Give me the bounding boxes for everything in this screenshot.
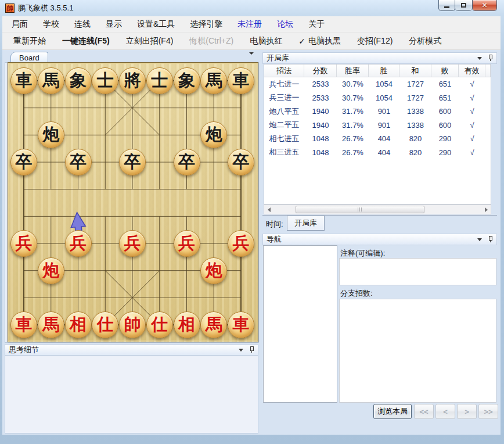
app-window: 帥 鹏飞象棋 3.5.5.1 ✕ 局面学校连线显示设置&工具选择引擎未注册论坛关… [0,0,504,444]
board-piece-車-black[interactable]: 車 [10,67,37,94]
board-piece-兵-red[interactable]: 兵 [119,230,146,257]
board-piece-車-black[interactable]: 車 [228,67,254,94]
toolbar-item-2[interactable]: 一键连线(F5) [54,36,118,46]
toolbar-item-7[interactable]: 变招(F12) [349,36,401,46]
menu-item-5[interactable]: 设置&工具 [129,19,182,30]
toolbar-item-8[interactable]: 分析模式 [401,36,449,46]
board-piece-馬-black[interactable]: 馬 [200,67,227,94]
board-piece-炮-red[interactable]: 炮 [38,257,64,284]
toolbar-item-1[interactable]: 重新开始 [5,36,54,46]
menu-item-2[interactable]: 学校 [35,19,67,30]
board-piece-馬-red[interactable]: 馬 [200,311,227,338]
board-piece-車-red[interactable]: 車 [228,311,254,338]
board-piece-馬-black[interactable]: 馬 [38,67,64,94]
board-piece-兵-red[interactable]: 兵 [10,230,37,257]
next-move-button[interactable]: > [457,404,477,419]
table-col-header-6[interactable]: 败 [431,65,459,77]
board-piece-卒-black[interactable]: 卒 [174,149,200,176]
table-col-header-5[interactable]: 和 [399,65,431,77]
value-cell: 600 [431,107,459,116]
table-row[interactable]: 炮八平五194031.7%9011338600√ [264,105,491,119]
menu-item-7[interactable]: 未注册 [230,19,269,30]
board-piece-象-black[interactable]: 象 [174,67,200,94]
board-piece-帥-red[interactable]: 帥 [119,311,146,338]
prev-move-button[interactable]: < [435,404,455,419]
title-bar[interactable]: 帥 鹏飞象棋 3.5.5.1 ✕ [0,0,504,16]
board-piece-相-red[interactable]: 相 [174,311,200,338]
scroll-right-icon[interactable] [481,205,491,214]
value-cell: 820 [399,134,431,143]
board-piece-馬-red[interactable]: 馬 [38,311,64,338]
browse-game-button[interactable]: 浏览本局 [373,404,412,419]
value-cell: 31.7% [337,121,369,130]
scroll-left-icon[interactable] [264,205,273,214]
tab-opening-lib[interactable]: 开局库 [287,216,325,231]
close-icon: ✕ [481,2,487,9]
menu-item-8[interactable]: 论坛 [269,19,301,30]
comment-label: 注释(可编辑): [340,248,385,259]
board-piece-仕-red[interactable]: 仕 [92,311,118,338]
branch-list[interactable] [339,299,496,403]
table-row[interactable]: 相七进五104826.7%404820290√ [264,132,491,146]
value-cell: √ [459,80,485,88]
table-row[interactable]: 炮二平五194031.7%9011338600√ [264,119,491,133]
board-piece-象-black[interactable]: 象 [65,67,92,94]
table-row[interactable]: 兵七进一253330.7%10541727651√ [264,77,491,91]
toolbar-item-3[interactable]: 立刻出招(F4) [118,36,182,46]
pin-icon[interactable] [488,236,493,243]
menu-item-4[interactable]: 显示 [98,19,129,30]
table-col-header-3[interactable]: 胜率 [337,65,369,77]
board-piece-卒-black[interactable]: 卒 [65,149,92,176]
board-piece-兵-red[interactable]: 兵 [228,230,254,257]
menu-item-6[interactable]: 选择引擎 [182,19,230,30]
maximize-button[interactable] [455,0,472,11]
pin-icon[interactable] [249,346,254,353]
board-piece-兵-red[interactable]: 兵 [174,230,200,257]
board-piece-炮-black[interactable]: 炮 [38,121,64,148]
menu-item-1[interactable]: 局面 [4,19,35,30]
board-piece-卒-black[interactable]: 卒 [10,149,37,176]
minimize-icon [444,6,449,8]
table-col-header-1[interactable]: 招法 [264,65,304,77]
toolbar-item-5[interactable]: 电脑执红 [242,36,290,46]
table-col-header-4[interactable]: 胜 [369,65,399,77]
chevron-down-icon[interactable] [477,57,482,60]
chevron-down-icon[interactable] [477,238,482,241]
value-cell: 2533 [304,94,337,102]
board-piece-相-red[interactable]: 相 [65,311,92,338]
pin-icon[interactable] [488,55,493,62]
menu-item-9[interactable]: 关于 [301,19,332,30]
tab-time[interactable]: 时间: [266,219,283,230]
comment-textarea[interactable] [339,258,496,285]
scrollbar-thumb[interactable] [296,206,424,213]
first-move-button[interactable]: << [414,404,434,419]
tab-board[interactable]: Board [10,52,48,63]
toolbar-item-label: 立刻出招(F4) [126,36,174,46]
board-piece-將-black[interactable]: 將 [119,67,146,94]
toolbar-item-6[interactable]: ✓电脑执黑 [290,36,349,46]
table-row[interactable]: 兵三进一253330.7%10541727651√ [264,91,491,105]
value-cell: 901 [369,121,399,130]
board-piece-仕-red[interactable]: 仕 [146,311,173,338]
opening-lib-table[interactable]: 招法分数胜率胜和败有效 兵七进一253330.7%10541727651√兵三进… [264,64,491,205]
table-col-header-2[interactable]: 分数 [304,65,337,77]
chevron-down-icon[interactable] [239,349,243,352]
board-piece-士-black[interactable]: 士 [146,67,173,94]
last-move-button[interactable]: >> [478,404,498,419]
nav-move-list[interactable] [263,245,337,403]
board-piece-卒-black[interactable]: 卒 [119,149,146,176]
value-cell: 26.7% [337,134,369,143]
value-cell: 1054 [369,94,399,102]
board-piece-卒-black[interactable]: 卒 [228,149,254,176]
close-button[interactable]: ✕ [472,0,497,11]
board-piece-兵-red[interactable]: 兵 [65,230,92,257]
xiangqi-board[interactable]: 車馬象士將士象馬車炮炮卒卒卒卒卒兵兵兵兵兵炮炮車馬相仕帥仕相馬車 [8,63,258,342]
horizontal-scrollbar[interactable] [264,205,491,214]
table-col-header-7[interactable]: 有效 [459,65,485,77]
board-piece-車-red[interactable]: 車 [10,311,37,338]
board-piece-士-black[interactable]: 士 [92,67,118,94]
minimize-button[interactable] [438,0,455,11]
table-row[interactable]: 相三进五104826.7%404820290√ [264,146,491,160]
menu-item-3[interactable]: 连线 [67,19,98,30]
board-piece-炮-red[interactable]: 炮 [200,257,227,284]
